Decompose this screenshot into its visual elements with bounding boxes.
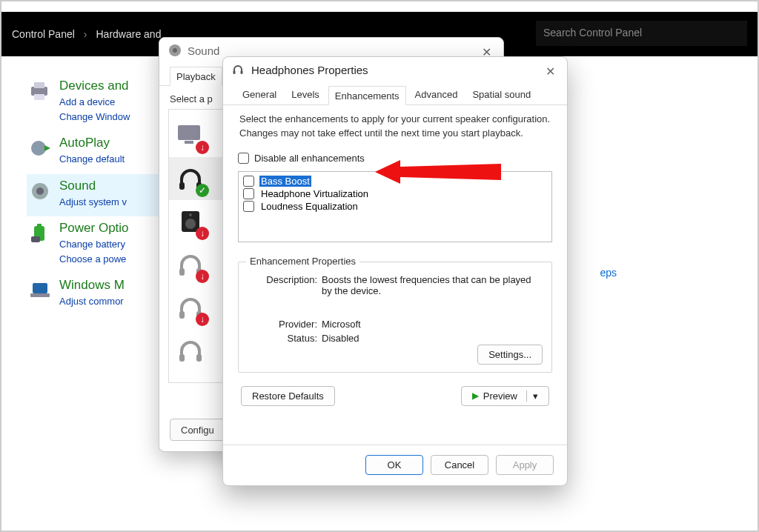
svg-rect-28 <box>241 70 243 74</box>
svg-rect-15 <box>185 141 193 144</box>
category-link[interactable]: Change default <box>59 152 125 167</box>
svg-rect-25 <box>179 354 185 362</box>
category-title: Power Optio <box>59 221 129 236</box>
svg-rect-11 <box>30 293 50 297</box>
enhancement-label: Headphone Virtualization <box>259 188 370 199</box>
chevron-right-icon: › <box>84 28 87 40</box>
category-title: Devices and <box>59 79 130 93</box>
category-link[interactable]: Adjust commor <box>59 294 125 309</box>
headphones-icon: ↓ <box>173 247 208 282</box>
enhancement-item[interactable]: Headphone Virtualization <box>243 187 547 200</box>
svg-rect-27 <box>233 70 236 74</box>
printer-icon <box>28 79 53 104</box>
chevron-down-icon[interactable]: ▾ <box>526 390 538 402</box>
headphones-icon: ↓ <box>173 290 208 325</box>
svg-rect-10 <box>33 283 47 293</box>
breadcrumb-item[interactable]: Control Panel <box>12 28 75 40</box>
play-icon: ▶ <box>472 390 479 401</box>
tab-advanced[interactable]: Advanced <box>409 85 464 104</box>
tab-general[interactable]: General <box>236 85 282 104</box>
help-text: Select the enhancements to apply for you… <box>238 105 552 151</box>
group-title: Enhancement Properties <box>246 256 359 267</box>
status-label: Status: <box>248 333 322 344</box>
svg-point-13 <box>173 48 177 53</box>
preview-button[interactable]: ▶ Preview ▾ <box>461 386 549 406</box>
breadcrumb-item[interactable]: Hardware and <box>96 28 162 40</box>
category-link[interactable]: Change Window <box>59 110 130 124</box>
enhancement-item[interactable]: Loudness Equalization <box>243 200 547 213</box>
dialog-buttons: OK Cancel Apply <box>365 455 554 475</box>
dialog-title-text: Headphones Properties <box>251 64 368 76</box>
svg-point-6 <box>36 187 44 195</box>
category-link[interactable]: Adjust system v <box>59 195 127 210</box>
description-value: Boosts the lowest frequencies that can b… <box>322 274 543 296</box>
checkbox-icon <box>243 201 254 212</box>
category-title: AutoPlay <box>59 136 125 150</box>
side-link[interactable]: eps <box>600 267 617 279</box>
svg-rect-23 <box>179 311 185 319</box>
enhancement-label: Loudness Equalization <box>259 201 359 212</box>
dialog-titlebar[interactable]: Headphones Properties <box>223 57 567 82</box>
down-arrow-badge-icon: ↓ <box>196 227 209 240</box>
breadcrumb[interactable]: Control Panel › Hardware and <box>1 28 165 40</box>
search-input[interactable]: Search Control Panel <box>536 21 747 46</box>
svg-rect-16 <box>179 182 185 190</box>
restore-defaults-button[interactable]: Restore Defaults <box>241 386 335 406</box>
down-arrow-badge-icon: ↓ <box>196 141 209 154</box>
category-link[interactable]: Add a device <box>59 95 130 110</box>
svg-rect-26 <box>196 354 202 362</box>
autoplay-icon <box>28 136 53 161</box>
provider-value: Microsoft <box>322 319 543 330</box>
dialog-title-text: Sound <box>188 44 219 57</box>
enhancement-item[interactable]: Bass Boost <box>243 175 547 187</box>
down-arrow-badge-icon: ↓ <box>196 313 209 326</box>
tab-spatial[interactable]: Spatial sound <box>466 85 537 104</box>
provider-label: Provider: <box>248 319 322 330</box>
speaker-icon <box>28 179 53 204</box>
headphones-icon <box>173 333 208 368</box>
tab-enhancements[interactable]: Enhancements <box>328 86 406 105</box>
checkbox-icon <box>243 188 254 199</box>
category-link[interactable]: Change battery <box>59 237 129 252</box>
speaker-icon <box>168 44 182 57</box>
close-button[interactable]: ✕ <box>537 61 563 81</box>
svg-point-19 <box>185 219 196 229</box>
settings-button[interactable]: Settings... <box>477 345 543 365</box>
svg-rect-2 <box>34 94 44 100</box>
cancel-button[interactable]: Cancel <box>431 455 488 475</box>
enhancement-label: Bass Boost <box>259 176 311 187</box>
down-arrow-badge-icon: ↓ <box>196 270 209 283</box>
headphones-icon <box>232 63 245 76</box>
screenshot-root: Control Panel › Hardware and Search Cont… <box>0 0 759 532</box>
category-link[interactable]: Choose a powe <box>59 252 129 267</box>
check-badge-icon: ✓ <box>196 184 209 197</box>
disable-all-checkbox[interactable]: Disable all enhancements <box>238 151 552 171</box>
enhancement-properties-group: Enhancement Properties Description: Boos… <box>238 262 552 373</box>
apply-button[interactable]: Apply <box>496 455 554 475</box>
configure-button[interactable]: Configu <box>170 419 225 441</box>
checkbox-icon <box>238 153 249 164</box>
svg-marker-4 <box>44 145 50 151</box>
properties-tabs: General Levels Enhancements Advanced Spa… <box>223 82 567 105</box>
category-title: Windows M <box>59 278 125 293</box>
svg-rect-14 <box>178 125 200 140</box>
svg-rect-9 <box>31 236 40 242</box>
close-icon: ✕ <box>546 64 555 79</box>
svg-rect-8 <box>37 224 42 227</box>
description-label: Description: <box>248 274 322 296</box>
svg-point-20 <box>189 213 192 216</box>
svg-rect-21 <box>179 268 185 276</box>
tab-playback[interactable]: Playback <box>170 67 222 86</box>
laptop-icon <box>28 278 53 303</box>
svg-point-3 <box>31 141 46 156</box>
status-value: Disabled <box>322 333 543 344</box>
tab-levels[interactable]: Levels <box>285 85 325 104</box>
speaker-box-icon: ↓ <box>173 205 208 239</box>
svg-rect-1 <box>34 82 44 88</box>
enhancements-list[interactable]: Bass Boost Headphone Virtualization Loud… <box>238 171 552 242</box>
headphones-icon: ✓ <box>173 162 208 196</box>
disable-all-label: Disable all enhancements <box>254 153 365 164</box>
divider <box>223 445 567 445</box>
category-title: Sound <box>59 179 127 193</box>
ok-button[interactable]: OK <box>365 455 423 475</box>
